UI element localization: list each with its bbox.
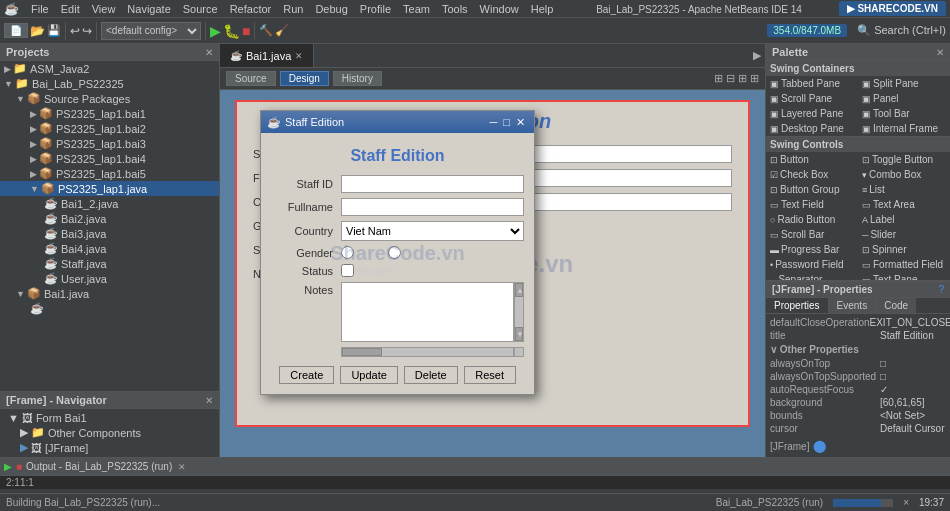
update-btn[interactable]: Update <box>340 366 397 384</box>
tree-item[interactable]: ▼ 📦 PS2325_lap1.java <box>0 181 219 196</box>
nav-item[interactable]: ▼🖼 Form Bai1 <box>4 411 215 425</box>
menu-edit[interactable]: Edit <box>55 2 86 16</box>
palette-item-password-field[interactable]: •Password Field <box>766 257 858 272</box>
dialog-maximize-btn[interactable]: □ <box>500 116 513 128</box>
clean-btn[interactable]: 🧹 <box>275 24 289 37</box>
palette-item-button-group[interactable]: ⊡Button Group <box>766 182 858 197</box>
tree-item[interactable]: ☕ Bai3.java <box>0 226 219 241</box>
single-checkbox-input[interactable] <box>341 264 354 277</box>
palette-item-layered-pane[interactable]: ▣Internal Frame <box>858 121 950 136</box>
menu-source[interactable]: Source <box>177 2 224 16</box>
notes-scrollbar[interactable]: ▲ ▼ <box>514 282 524 342</box>
palette-item-separator[interactable]: ─Separator <box>766 272 858 281</box>
jframe-props-btn[interactable]: ? <box>938 284 944 295</box>
jframe-more-btn[interactable]: ⬤ <box>813 439 826 453</box>
palette-item-text-field[interactable]: ▭Text Field <box>766 197 858 212</box>
config-dropdown[interactable]: <default config> <box>101 22 201 40</box>
palette-item-formatted-field[interactable]: ▭Formatted Field <box>858 257 950 272</box>
menu-view[interactable]: View <box>86 2 122 16</box>
output-stop-icon[interactable]: ■ <box>16 461 22 472</box>
gender-female-input[interactable] <box>388 246 401 259</box>
redo-btn[interactable]: ↪ <box>82 24 92 38</box>
menu-refactor[interactable]: Refactor <box>224 2 278 16</box>
tree-item[interactable]: ☕ Staff.java <box>0 256 219 271</box>
palette-item-panel[interactable]: ▣Scroll Pane <box>766 91 858 106</box>
palette-close-icon[interactable]: ✕ <box>936 47 944 58</box>
menu-debug[interactable]: Debug <box>309 2 353 16</box>
palette-item-scroll-pane[interactable]: ▣Layered Pane <box>766 106 858 121</box>
save-btn[interactable]: 💾 <box>47 24 61 37</box>
create-btn[interactable]: Create <box>279 366 334 384</box>
output-run-icon[interactable]: ▶ <box>4 461 12 472</box>
palette-item-list[interactable]: ≡List <box>858 182 950 197</box>
country-select[interactable]: Viet Nam USA Japan <box>341 221 524 241</box>
navigator-close-icon[interactable]: ✕ <box>205 395 213 406</box>
nav-item[interactable]: ▶🖼 [JFrame] <box>4 440 215 455</box>
menu-team[interactable]: Team <box>397 2 436 16</box>
palette-item-combo-box[interactable]: ▾Combo Box <box>858 167 950 182</box>
menu-profile[interactable]: Profile <box>354 2 397 16</box>
menu-navigate[interactable]: Navigate <box>121 2 176 16</box>
tree-item[interactable]: ▶ 📦 PS2325_lap1.bai5 <box>0 166 219 181</box>
tree-item[interactable]: ▶ 📦 PS2325_lap1.bai3 <box>0 136 219 151</box>
staff-id-input[interactable] <box>341 175 524 193</box>
tree-item[interactable]: ☕ Bai1_2.java <box>0 196 219 211</box>
open-file-btn[interactable]: 📂 <box>30 24 45 38</box>
tree-item[interactable]: ▼ 📦 Source Packages <box>0 91 219 106</box>
palette-item-text-area[interactable]: ▭Text Area <box>858 197 950 212</box>
single-checkbox[interactable]: Single? <box>341 264 394 277</box>
palette-item-internal-frame[interactable]: ▣Desktop Pane <box>766 121 858 136</box>
palette-item-check-box[interactable]: ☑Check Box <box>766 167 858 182</box>
tree-item[interactable]: ▶ 📦 PS2325_lap1.bai1 <box>0 106 219 121</box>
tree-item[interactable]: ☕ User.java <box>0 271 219 286</box>
editor-tab-bai1[interactable]: ☕ Bai1.java ✕ <box>220 44 314 67</box>
tree-item[interactable]: ▼ 📦 Bai1.java <box>0 286 219 301</box>
notes-textarea[interactable] <box>341 282 514 342</box>
palette-item-tabbed-pane[interactable]: ▣Tabbed Pane <box>766 76 858 91</box>
palette-item-button[interactable]: ⊡Button <box>766 152 858 167</box>
projects-close-icon[interactable]: ✕ <box>205 47 213 58</box>
stop-btn[interactable]: ■ <box>242 23 250 39</box>
undo-btn[interactable]: ↩ <box>70 24 80 38</box>
menu-file[interactable]: File <box>25 2 55 16</box>
palette-item-text-pane[interactable]: ▭Text Pane <box>858 272 950 281</box>
prop-tab-code[interactable]: Code <box>876 298 916 313</box>
palette-item-desktop-pane[interactable]: ▣Tool Bar <box>858 106 950 121</box>
source-tab-btn[interactable]: Source <box>226 71 276 86</box>
reset-btn[interactable]: Reset <box>464 366 516 384</box>
menu-help[interactable]: Help <box>525 2 560 16</box>
tree-item[interactable]: ☕ <box>0 301 219 316</box>
delete-btn[interactable]: Delete <box>404 366 458 384</box>
history-tab-btn[interactable]: History <box>333 71 382 86</box>
palette-item-tool-bar[interactable]: ▣Panel <box>858 91 950 106</box>
gender-female-radio[interactable]: Female <box>388 246 440 259</box>
gender-male-radio[interactable]: Male <box>341 246 380 259</box>
run-btn[interactable]: ▶ <box>210 23 221 39</box>
output-tab-label[interactable]: Output - Bai_Lab_PS22325 (run) <box>26 461 172 472</box>
search-btn[interactable]: 🔍 Search (Ctrl+I) <box>857 24 946 37</box>
tree-item[interactable]: ▶ 📦 PS2325_lap1.bai4 <box>0 151 219 166</box>
palette-item-scroll-bar[interactable]: ▭Scroll Bar <box>766 227 858 242</box>
palette-item-radio-button[interactable]: ○Radio Button <box>766 212 858 227</box>
prop-tab-events[interactable]: Events <box>829 298 877 313</box>
build-btn[interactable]: 🔨 <box>259 24 273 37</box>
design-tab-btn[interactable]: Design <box>280 71 329 86</box>
menu-window[interactable]: Window <box>474 2 525 16</box>
dialog-minimize-btn[interactable]: ─ <box>487 116 501 128</box>
tree-item[interactable]: ☕ Bai2.java <box>0 211 219 226</box>
tab-close-icon[interactable]: ✕ <box>295 51 303 61</box>
tree-item[interactable]: ▼ 📁 Bai_Lab_PS22325 <box>0 76 219 91</box>
debug-btn[interactable]: 🐛 <box>223 23 240 39</box>
notes-hscrollbar[interactable] <box>341 347 514 357</box>
palette-item-progress-bar[interactable]: ▬Progress Bar <box>766 242 858 257</box>
palette-item-split-pane[interactable]: ▣Split Pane <box>858 76 950 91</box>
menu-tools[interactable]: Tools <box>436 2 474 16</box>
editor-scroll-right[interactable]: ▶ <box>749 44 765 67</box>
tree-item[interactable]: ▶ 📁 ASM_Java2 <box>0 61 219 76</box>
tree-item[interactable]: ▶ 📦 PS2325_lap1.bai2 <box>0 121 219 136</box>
tree-item[interactable]: ☕ Bai4.java <box>0 241 219 256</box>
output-tab-close[interactable]: ✕ <box>178 462 186 472</box>
gender-male-input[interactable] <box>341 246 354 259</box>
nav-item[interactable]: ▶📁 Other Components <box>4 425 215 440</box>
new-file-btn[interactable]: 📄 <box>4 23 28 38</box>
